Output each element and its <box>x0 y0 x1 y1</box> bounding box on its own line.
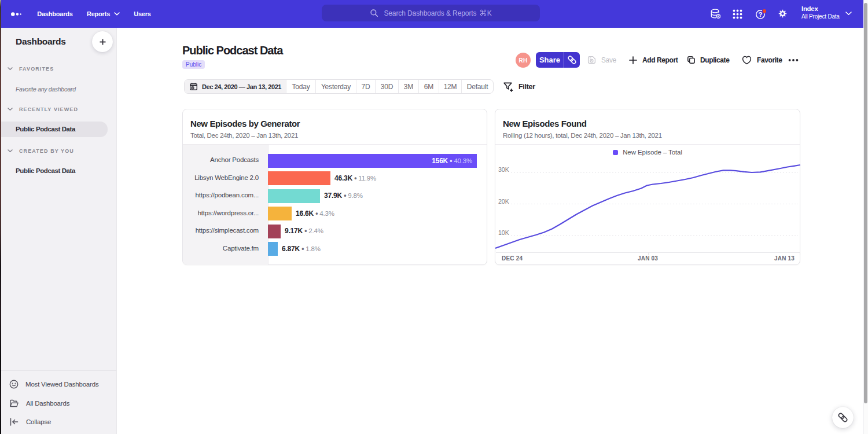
svg-text:?: ? <box>758 11 762 18</box>
